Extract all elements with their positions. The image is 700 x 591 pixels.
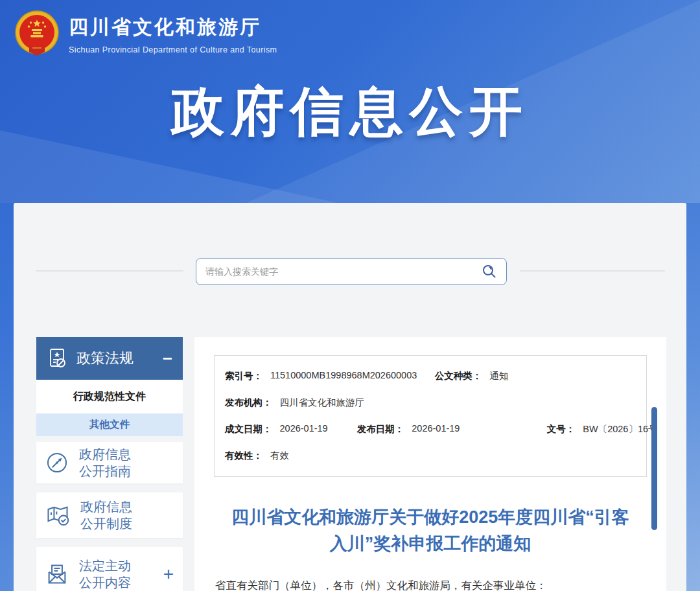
sidebar: 政策法规 − 行政规范性文件 其他文件 政府信息 公开指南: [36, 337, 183, 591]
search-input[interactable]: [205, 266, 482, 277]
meta-row: 索引号：11510000MB1998968M202600003 公文种类：通知: [215, 364, 646, 390]
document-title: 四川省文化和旅游厅关于做好2025年度四川省“引客入川”奖补申报工作的通知: [228, 504, 633, 557]
page-title: 政府信息公开: [0, 76, 700, 148]
meta-publish-date: 发布日期：2026-01-19: [357, 423, 460, 435]
document-meta-table: 索引号：11510000MB1998968M202600003 公文种类：通知 …: [214, 355, 647, 477]
document-panel: 索引号：11510000MB1998968M202600003 公文种类：通知 …: [194, 337, 666, 591]
meta-publisher: 发布机构：四川省文化和旅游厅: [225, 397, 364, 409]
meta-validity: 有效性：有效: [225, 450, 289, 462]
sidebar-item-label: 政府信息 公开制度: [80, 498, 132, 533]
scrollbar-thumb[interactable]: [651, 407, 657, 530]
meta-row: 发布机构：四川省文化和旅游厅: [215, 390, 646, 417]
sidebar-item-administrative-normative-documents[interactable]: 行政规范性文件: [36, 380, 183, 413]
sidebar-item-label: 法定主动 公开内容: [79, 557, 131, 591]
meta-index-number: 索引号：11510000MB1998968M202600003: [225, 370, 417, 382]
search-bar[interactable]: [196, 258, 507, 285]
sidebar-item-label: 政府信息 公开指南: [79, 446, 131, 480]
collapse-icon[interactable]: −: [163, 350, 172, 367]
sidebar-item-disclosure-guide[interactable]: 政府信息 公开指南: [36, 442, 183, 483]
content-card: 政策法规 − 行政规范性文件 其他文件 政府信息 公开指南: [14, 203, 686, 591]
policy-document-icon: [47, 347, 67, 369]
meta-row: 成文日期：2026-01-19 发布日期：2026-01-19 文号：BW〔20…: [215, 417, 646, 443]
national-emblem-logo: [13, 9, 61, 60]
sidebar-item-label: 其他文件: [89, 418, 130, 432]
sidebar-item-disclosure-system[interactable]: 政府信息 公开制度: [36, 492, 183, 538]
map-check-icon: [45, 504, 70, 527]
meta-doc-type: 公文种类：通知: [435, 370, 509, 382]
divider-left: [36, 270, 183, 272]
site-header: 四川省文化和旅游厅 Sichuan Provincial Department …: [13, 9, 277, 60]
sidebar-item-statutory-disclosure[interactable]: 法定主动 公开内容 +: [36, 547, 183, 591]
meta-write-date: 成文日期：2026-01-19: [225, 423, 328, 435]
search-icon[interactable]: [482, 264, 497, 279]
envelope-icon: [45, 562, 69, 586]
sidebar-item-label: 行政规范性文件: [73, 390, 146, 404]
meta-row: 有效性：有效: [215, 443, 646, 470]
sidebar-group-label: 政策法规: [76, 349, 154, 368]
banner: 四川省文化和旅游厅 Sichuan Provincial Department …: [0, 0, 700, 203]
expand-icon[interactable]: +: [163, 562, 174, 586]
org-name-english: Sichuan Provincial Department of Culture…: [69, 45, 277, 54]
sidebar-group-policy[interactable]: 政策法规 −: [36, 337, 183, 380]
org-name: 四川省文化和旅游厅: [69, 14, 277, 41]
sidebar-item-other-documents[interactable]: 其他文件: [36, 413, 183, 436]
meta-doc-number: 文号：BW〔2026〕16号: [547, 423, 658, 435]
compass-icon: [45, 451, 69, 474]
document-body-intro: 省直有关部门（单位），各市（州）文化和旅游局，有关企事业单位：: [215, 579, 646, 591]
divider-right: [520, 270, 665, 272]
